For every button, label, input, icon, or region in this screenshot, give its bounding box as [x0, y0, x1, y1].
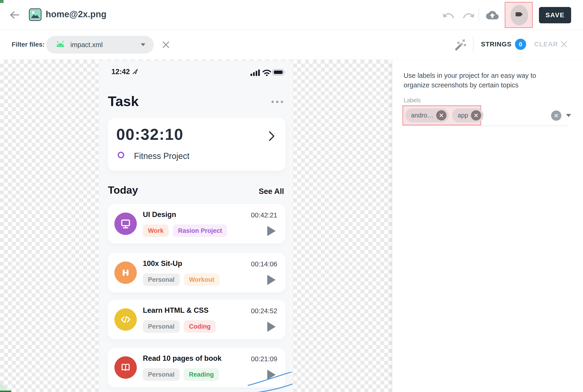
label-tool-highlight-box — [505, 2, 533, 28]
today-heading: Today — [108, 184, 138, 196]
cloud-upload-icon[interactable] — [486, 9, 499, 22]
task-time: 00:14:06 — [251, 260, 277, 268]
task-time: 00:42:21 — [251, 212, 277, 219]
task-name: Read 10 pages of book — [143, 354, 222, 363]
see-all-link: See All — [259, 187, 284, 196]
monitor-icon — [114, 212, 137, 235]
timer-project-name: Fitness Project — [134, 151, 189, 161]
labels-dropdown-caret-icon[interactable] — [566, 114, 571, 117]
undo-icon[interactable] — [442, 11, 455, 20]
label-chip-text: andro… — [411, 112, 433, 119]
save-button[interactable]: SAVE — [539, 7, 571, 23]
wifi-icon — [262, 69, 271, 77]
phone-screen-title: Task — [108, 93, 139, 109]
strings-count-badge: 0 — [515, 39, 526, 50]
image-canvas[interactable]: 12:42 Task 00:32:10 Fitness Project Toda… — [0, 60, 392, 392]
clear-strings-button[interactable]: CLEAR — [534, 40, 558, 48]
labels-chips-highlight-box[interactable]: andro… app — [402, 105, 481, 126]
top-toolbar: home@2x.png SAVE — [0, 0, 583, 30]
task-tag: Workout — [184, 273, 219, 286]
corner-artifact — [0, 0, 3, 3]
magic-wand-icon[interactable] — [454, 38, 467, 51]
play-icon — [267, 226, 276, 236]
labels-panel: Use labels in your project for an easy w… — [392, 60, 583, 392]
file-filter-select[interactable]: impact.xml — [46, 36, 154, 54]
timer-card: 00:32:10 Fitness Project — [108, 118, 285, 171]
corner-artifact — [0, 390, 11, 392]
task-name: Learn HTML & CSS — [143, 306, 209, 315]
redo-icon[interactable] — [462, 11, 475, 20]
chevron-right-icon — [268, 131, 275, 142]
book-icon — [114, 356, 137, 379]
task-tag: Rasion Project — [173, 224, 227, 237]
cellular-signal-icon — [250, 69, 260, 77]
task-row: 100x Sit-Up Personal Workout 00:14:06 — [108, 253, 285, 292]
label-chip[interactable]: andro… — [405, 108, 449, 122]
task-tag: Reading — [184, 368, 219, 381]
dumbbell-icon — [114, 262, 137, 284]
label-chip[interactable]: app — [452, 108, 484, 122]
labels-field-underline — [402, 126, 569, 126]
status-bar-time: 12:42 — [111, 68, 130, 76]
label-tag-icon[interactable] — [511, 5, 528, 26]
selected-file-name: impact.xml — [70, 41, 103, 49]
labels-field-caption: Labels — [404, 97, 421, 104]
filter-files-label: Filter files: — [12, 41, 45, 48]
task-name: UI Design — [143, 210, 176, 219]
task-tag: Personal — [143, 320, 180, 333]
task-tag: Personal — [143, 273, 180, 286]
document-title: home@2x.png — [46, 9, 106, 19]
android-icon — [55, 41, 65, 49]
labels-description: Use labels in your project for an easy w… — [404, 71, 562, 90]
clear-file-filter-icon[interactable] — [161, 40, 171, 50]
task-tag: Work — [143, 224, 169, 237]
task-tag: Coding — [184, 320, 216, 333]
task-name: 100x Sit-Up — [143, 260, 182, 268]
strings-label: STRINGS — [481, 40, 512, 48]
remove-chip-icon[interactable] — [436, 110, 447, 120]
task-tag: Personal — [143, 368, 180, 381]
task-time: 00:24:52 — [251, 307, 277, 315]
location-arrow-icon — [132, 68, 138, 76]
play-icon — [267, 275, 276, 285]
code-icon — [114, 308, 137, 331]
project-ring-icon — [118, 152, 124, 158]
decorative-blue-curve — [248, 372, 292, 392]
toolbar-divider — [479, 8, 479, 22]
play-icon — [267, 322, 276, 332]
battery-icon — [272, 69, 286, 76]
task-row: UI Design Work Rasion Project 00:42:21 — [108, 204, 285, 244]
task-row: Learn HTML & CSS Personal Coding 00:24:5… — [108, 300, 285, 339]
timer-value: 00:32:10 — [116, 125, 183, 143]
more-options-icon — [271, 101, 283, 103]
chevron-down-icon — [141, 43, 145, 46]
filter-bar: Filter files: impact.xml STRINGS 0 CLEAR — [0, 30, 583, 60]
clear-all-labels-icon[interactable] — [551, 110, 561, 121]
filterbar-divider — [473, 37, 474, 53]
screenshot-phone-image: 12:42 Task 00:32:10 Fitness Project Toda… — [99, 60, 292, 392]
remove-chip-icon[interactable] — [471, 110, 481, 120]
label-chip-text: app — [458, 112, 468, 119]
clear-strings-x-icon[interactable] — [560, 40, 568, 48]
image-file-icon — [29, 8, 41, 21]
task-time: 00:21:09 — [251, 355, 277, 363]
back-arrow-icon[interactable] — [9, 9, 20, 20]
